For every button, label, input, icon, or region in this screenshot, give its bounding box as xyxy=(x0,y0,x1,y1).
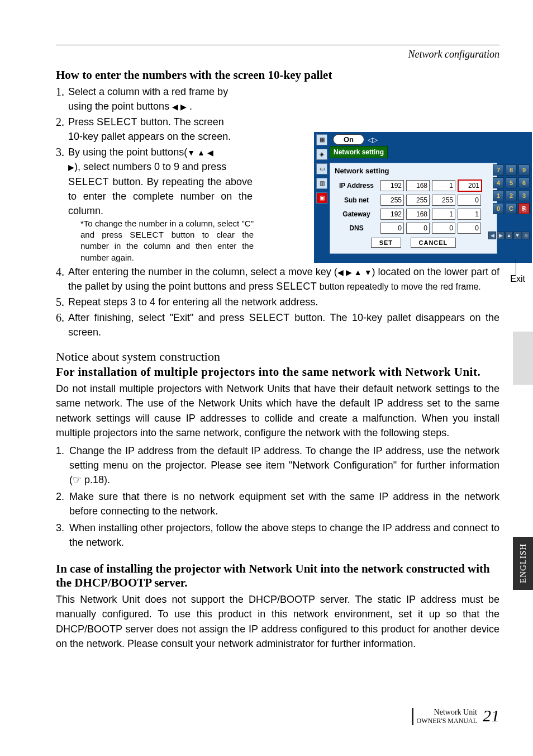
keypad-key-0[interactable]: 0 xyxy=(493,203,504,214)
keypad-nav-key[interactable]: ⎋ xyxy=(522,231,530,239)
osd-octet[interactable]: 192 xyxy=(380,180,404,191)
keypad-key-2[interactable]: 2 xyxy=(506,190,517,201)
notice-p1: Do not install multiple projectors with … xyxy=(56,381,499,440)
osd-octet[interactable]: 0 xyxy=(458,195,481,206)
keypad-key-4[interactable]: 4 xyxy=(493,177,504,188)
all-arrows-icon: ◀ ▶ ▲ ▼ xyxy=(337,268,372,277)
step-1: 1. Select a column with a red frame by u… xyxy=(56,84,253,114)
step-4: 4. After entering the number in the colu… xyxy=(56,264,499,294)
osd-icon-3: ▭ xyxy=(316,163,327,174)
step-2: 2. Press SELECT button. The screen 10-ke… xyxy=(56,115,253,144)
select-label: SELECT xyxy=(276,281,317,292)
osd-row-ip-address: IP Address1921681201 xyxy=(335,179,492,192)
osd-row-label: IP Address xyxy=(335,182,378,190)
osd-panel: ▦ ◈ ▭ ▥ ▣ On ◁▷ Network setting Network … xyxy=(314,132,532,263)
osd-set-button[interactable]: SET xyxy=(371,238,401,248)
step-3-footnote: *To change the number in a column, selec… xyxy=(80,218,254,263)
keypad-key-6[interactable]: 6 xyxy=(518,177,530,188)
osd-icon-5: ▣ xyxy=(316,192,327,204)
notice-step-3: 3.When installing other projectors, foll… xyxy=(56,521,499,550)
footer-line2: OWNER'S MANUAL xyxy=(417,717,478,725)
osd-octet[interactable]: 0 xyxy=(380,223,404,234)
notice-sub2: In case of installing the projector with… xyxy=(56,562,499,590)
left-right-arrows-icon: ◀ ▶ xyxy=(172,102,187,111)
osd-icon-1: ▦ xyxy=(316,134,327,145)
select-label: SELECT xyxy=(97,116,137,127)
notice-step-1: 1.Change the IP address from the default… xyxy=(56,443,499,487)
header-rule xyxy=(56,45,499,45)
osd-row-dns: DNS0000 xyxy=(335,223,492,234)
keypad-key-8[interactable]: 8 xyxy=(506,164,517,176)
osd-network-panel: Network setting IP Address1921681201Sub … xyxy=(330,163,497,254)
down-up-left-arrows-icon: ▼ ▲ ◀ xyxy=(187,148,213,157)
osd-octet[interactable]: 1 xyxy=(458,209,481,220)
header-section: Network configuration xyxy=(56,49,499,60)
osd-octet[interactable]: 1 xyxy=(432,209,455,220)
osd-octet[interactable]: 255 xyxy=(432,195,455,206)
osd-icon-2: ◈ xyxy=(316,149,327,160)
step-6: 6. After finishing, select "Exit" and pr… xyxy=(56,310,499,339)
page-number: 21 xyxy=(479,706,499,725)
osd-cancel-button[interactable]: CANCEL xyxy=(411,238,456,248)
notice-title: Notice about system construction xyxy=(56,349,499,364)
side-tab-english: ENGLISH xyxy=(513,537,533,590)
right-arrow-icon: ▶ xyxy=(68,163,74,172)
osd-row-label: DNS xyxy=(335,224,378,232)
pallet-instructions-title: How to enter the numbers with the screen… xyxy=(56,68,499,82)
osd-octet[interactable]: 168 xyxy=(406,180,430,191)
keypad-key-⎘[interactable]: ⎘ xyxy=(518,203,530,214)
osd-icon-4: ▥ xyxy=(316,178,327,189)
keypad-key-7[interactable]: 7 xyxy=(493,164,504,176)
keypad-key-5[interactable]: 5 xyxy=(506,177,517,188)
osd-row-label: Gateway xyxy=(335,210,378,218)
keypad-nav-key[interactable]: ◀ xyxy=(488,231,496,239)
osd-tab-network-setting[interactable]: Network setting xyxy=(330,146,388,158)
exit-leader-line xyxy=(516,259,516,275)
osd-lr-icon: ◁▷ xyxy=(368,136,378,144)
osd-octet[interactable]: 201 xyxy=(458,179,482,192)
osd-octet[interactable]: 1 xyxy=(432,180,455,191)
osd-row-sub-net: Sub net2552552550 xyxy=(335,195,492,206)
osd-row-gateway: Gateway19216811 xyxy=(335,209,492,220)
step-3: 3. By using the point buttons(▼ ▲ ◀ ▶), … xyxy=(56,145,253,263)
exit-callout-label: Exit xyxy=(510,274,525,284)
keypad-nav-key[interactable]: ▼ xyxy=(513,231,521,239)
osd-keypad: 7894561230C⎘ xyxy=(493,164,530,214)
footer-line1: Network Unit xyxy=(417,708,478,717)
osd-on-pill[interactable]: On xyxy=(333,134,364,145)
osd-panel-title: Network setting xyxy=(335,167,492,175)
osd-octet[interactable]: 168 xyxy=(406,209,430,220)
keypad-key-9[interactable]: 9 xyxy=(518,164,530,176)
osd-row-label: Sub net xyxy=(335,196,378,204)
osd-octet[interactable]: 0 xyxy=(432,223,455,234)
keypad-nav-key[interactable]: ▶ xyxy=(497,231,505,239)
osd-octet[interactable]: 192 xyxy=(380,209,404,220)
select-label: SELECT xyxy=(249,312,290,323)
osd-keypad-nav: ◀▶▲▼⎋ xyxy=(488,231,530,239)
step-5: 5.Repeat steps 3 to 4 for entering all t… xyxy=(56,295,499,309)
select-label: SELECT xyxy=(130,230,164,239)
page-footer: Network Unit OWNER'S MANUAL 21 xyxy=(412,706,500,725)
notice-p2: This Network Unit does not support the D… xyxy=(56,592,499,650)
notice-sub1: For installation of multiple projectors … xyxy=(56,365,499,379)
keypad-key-3[interactable]: 3 xyxy=(518,190,530,201)
osd-octet[interactable]: 255 xyxy=(380,195,404,206)
osd-sidebar-icons: ▦ ◈ ▭ ▥ ▣ xyxy=(316,134,327,207)
select-label: SELECT xyxy=(68,176,109,187)
side-tab-light xyxy=(513,332,533,385)
osd-octet[interactable]: 0 xyxy=(406,223,430,234)
osd-octet[interactable]: 255 xyxy=(406,195,430,206)
notice-step-2: 2.Make sure that there is no network equ… xyxy=(56,489,499,518)
keypad-key-c[interactable]: C xyxy=(506,203,517,214)
keypad-key-1[interactable]: 1 xyxy=(493,190,504,201)
osd-octet[interactable]: 0 xyxy=(458,223,481,234)
keypad-nav-key[interactable]: ▲ xyxy=(505,231,513,239)
